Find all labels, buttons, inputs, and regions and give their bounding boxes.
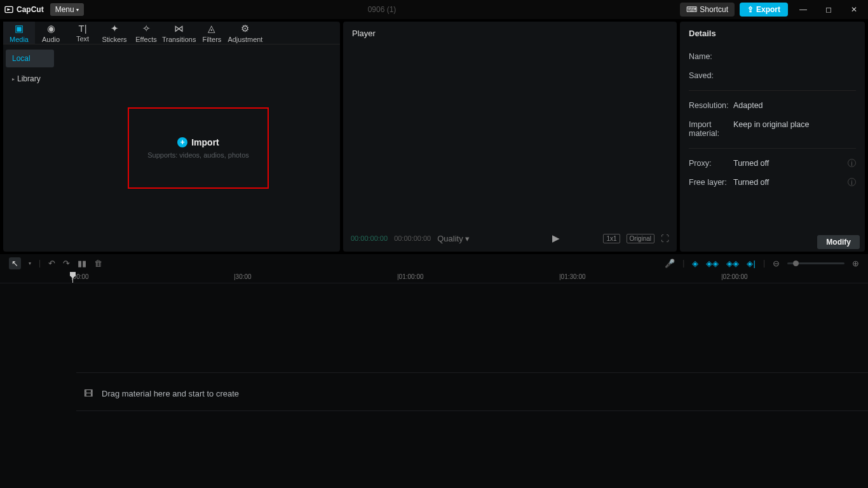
label-saved: Saved: [689,71,733,80]
info-icon[interactable]: i [848,159,856,167]
fullscreen-button[interactable]: ⛶ [661,234,669,243]
value-free-layer: Turned off [733,178,769,187]
label-import-material: Import material: [689,120,733,138]
ruler-tick: |01:00:00 [397,273,424,280]
window-maximize-button[interactable]: ◻ [818,3,839,17]
tab-effects[interactable]: ✧Effects [130,22,162,44]
app-name: CapCut [17,5,44,14]
export-icon: ⇪ [747,5,754,14]
original-size-button[interactable]: Original [627,234,654,243]
tab-text[interactable]: T|Text [67,22,98,44]
ruler-tick: |02:00:00 [721,273,748,280]
value-proxy: Turned off [733,159,769,168]
import-title: Import [191,137,219,147]
tab-stickers[interactable]: ✦Stickers [98,22,130,44]
player-title: Player [343,22,677,44]
titlebar: CapCut Menu▾ 0906 (1) ⌨ Shortcut ⇪ Expor… [0,0,868,19]
preview-axis-button[interactable]: ◈| [747,259,755,268]
tool-tabs: ▣Media ◉Audio T|Text ✦Stickers ✧Effects … [3,22,340,44]
sidebar-item-local[interactable]: Local [6,50,54,67]
label-name: Name: [689,52,733,61]
capcut-logo-icon [4,4,14,15]
tab-filters[interactable]: ◬Filters [196,22,227,44]
timeline-drop-hint: 🎞 Drag material here and start to create [84,388,239,398]
info-icon[interactable]: i [848,178,856,186]
playhead[interactable] [72,272,73,283]
stickers-icon: ✦ [111,23,119,34]
player-position: 00:00:00:00 [351,234,388,242]
transitions-icon: ⋈ [174,23,184,34]
shortcut-button[interactable]: ⌨ Shortcut [680,3,735,17]
sidebar-item-library[interactable]: ▸Library [6,70,54,88]
tab-media[interactable]: ▣Media [3,22,35,44]
player-controls: 00:00:00:00 00:00:00:00 Quality ▾ ▶ 1x1 … [343,226,677,251]
selection-tool[interactable]: ↖ [9,257,21,269]
window-close-button[interactable]: ✕ [844,3,864,17]
zoom-in-button[interactable]: ⊕ [852,259,859,268]
tab-adjustment[interactable]: ⚙Adjustment [227,22,262,44]
auto-snap-button[interactable]: ◈◈ [706,259,719,268]
main-track-magnet-button[interactable]: ◈ [692,259,698,268]
import-dropzone[interactable]: + Import Supports: videos, audios, photo… [128,107,269,189]
audio-icon: ◉ [47,23,55,34]
player-panel: Player 00:00:00:00 00:00:00:00 Quality ▾… [343,22,677,252]
filters-icon: ◬ [208,23,215,34]
timeline-toolbar: ↖ ▾ | ↶ ↷ ▮▮ 🗑 🎤 | ◈ ◈◈ ◈◈ ◈| | ⊖ ⊕ [0,254,868,272]
effects-icon: ✧ [142,23,151,34]
player-duration: 00:00:00:00 [394,234,431,242]
player-viewport[interactable] [343,44,677,226]
value-import-material: Keep in original place [733,120,810,138]
export-button[interactable]: ⇪ Export [740,3,788,17]
redo-button[interactable]: ↷ [63,259,70,268]
tab-audio[interactable]: ◉Audio [35,22,67,44]
timeline-tracks[interactable]: 🎞 Drag material here and start to create [0,283,868,474]
split-button[interactable]: ▮▮ [78,259,86,268]
play-button[interactable]: ▶ [552,233,560,244]
timeline-ruler[interactable]: |00:00 |30:00 |01:00:00 |01:30:00 |02:00… [0,272,868,283]
app-brand: CapCut [4,4,44,15]
window-minimize-button[interactable]: — [793,3,813,17]
delete-button[interactable]: 🗑 [94,259,102,268]
media-sidebar: Local ▸Library [3,44,57,252]
import-subtitle: Supports: videos, audios, photos [147,151,249,159]
record-voiceover-button[interactable]: 🎤 [665,259,675,268]
text-icon: T| [78,23,86,34]
selection-dropdown[interactable]: ▾ [29,261,31,266]
undo-button[interactable]: ↶ [48,259,55,268]
menu-button[interactable]: Menu▾ [50,3,84,16]
plus-icon: + [177,137,187,147]
modify-button[interactable]: Modify [817,235,860,249]
keyboard-icon: ⌨ [686,5,697,14]
linkage-button[interactable]: ◈◈ [726,259,739,268]
adjustment-icon: ⚙ [241,23,249,34]
label-proxy: Proxy: [689,159,733,168]
timeline: ↖ ▾ | ↶ ↷ ▮▮ 🗑 🎤 | ◈ ◈◈ ◈◈ ◈| | ⊖ ⊕ |00:… [0,254,868,488]
chevron-right-icon: ▸ [12,76,15,82]
details-title: Details [680,22,865,44]
ruler-tick: |30:00 [234,273,252,280]
details-panel: Details Name: Saved: Resolution:Adapted … [680,22,865,252]
film-icon: 🎞 [84,388,93,398]
label-free-layer: Free layer: [689,178,733,187]
label-resolution: Resolution: [689,101,733,110]
aspect-ratio-button[interactable]: 1x1 [603,234,620,243]
zoom-out-button[interactable]: ⊖ [773,259,780,268]
document-title: 0906 (1) [90,5,674,14]
media-icon: ▣ [15,23,24,34]
zoom-slider[interactable] [787,262,844,264]
ruler-tick: |01:30:00 [559,273,586,280]
quality-dropdown[interactable]: Quality ▾ [437,234,470,243]
value-resolution: Adapted [733,101,763,110]
tab-transitions[interactable]: ⋈Transitions [162,22,196,44]
media-panel: ▣Media ◉Audio T|Text ✦Stickers ✧Effects … [3,22,340,252]
